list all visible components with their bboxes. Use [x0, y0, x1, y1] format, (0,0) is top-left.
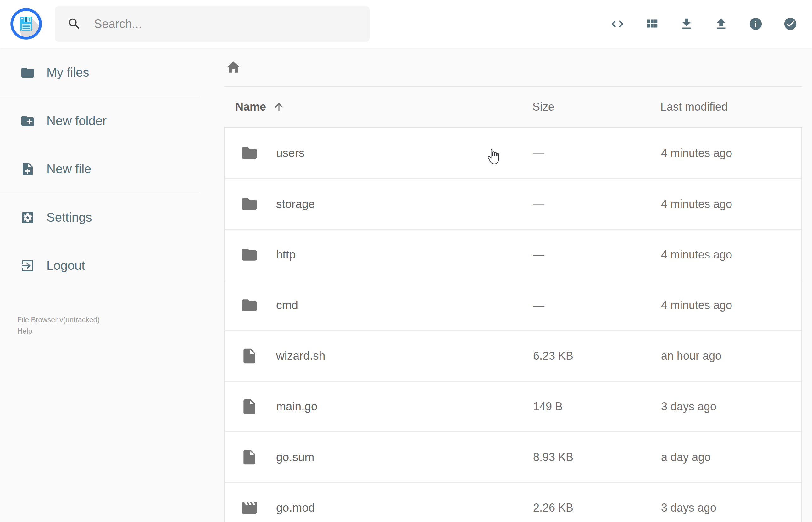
select-multiple-button[interactable] — [783, 17, 797, 31]
table-row[interactable]: wizard.sh 6.23 KB an hour ago — [225, 330, 801, 381]
switch-view-button[interactable] — [645, 17, 659, 31]
file-list: users — 4 minutes ago storage — 4 minute… — [224, 127, 802, 522]
app-version: File Browser v(untracked) — [17, 314, 199, 325]
table-row[interactable]: http — 4 minutes ago — [225, 229, 801, 280]
grid-view-icon — [645, 17, 659, 31]
search-icon — [67, 17, 81, 31]
sort-ascending-icon — [273, 101, 285, 113]
folder-icon — [241, 297, 258, 314]
file-size: 8.93 KB — [533, 450, 661, 464]
file-icon — [241, 398, 258, 416]
sidebar-item-label: New file — [46, 162, 91, 176]
file-name: cmd — [276, 299, 298, 312]
main-content: Name Size Last modified users — 4 minute… — [199, 48, 812, 522]
sidebar-footer: File Browser v(untracked) Help — [0, 314, 199, 337]
table-row[interactable]: cmd — 4 minutes ago — [225, 280, 801, 330]
header-toolbar — [610, 17, 797, 31]
file-modified: 4 minutes ago — [661, 146, 801, 160]
file-name-cell: cmd — [225, 297, 533, 314]
file-modified: 4 minutes ago — [661, 299, 801, 312]
file-name-cell: go.sum — [225, 448, 533, 466]
upload-button[interactable] — [714, 17, 728, 31]
file-name: wizard.sh — [276, 349, 325, 363]
breadcrumb — [224, 48, 802, 87]
info-button[interactable] — [749, 17, 763, 31]
file-size: — — [533, 248, 661, 261]
note-add-icon — [20, 162, 35, 177]
folder-icon — [241, 246, 258, 263]
code-icon — [610, 17, 625, 31]
listing-header: Name Size Last modified — [224, 87, 802, 127]
file-modified: 4 minutes ago — [661, 198, 801, 211]
search-input[interactable] — [94, 17, 358, 31]
file-modified: a day ago — [661, 450, 801, 464]
sidebar-item-label: New folder — [46, 114, 107, 128]
body-wrap: My files New folder New file Settings — [0, 48, 812, 522]
column-header-modified[interactable]: Last modified — [661, 100, 802, 114]
file-name-cell: storage — [225, 195, 533, 213]
sidebar-item-logout[interactable]: Logout — [0, 241, 199, 289]
info-icon — [749, 17, 763, 31]
download-icon — [679, 17, 694, 31]
home-icon[interactable] — [225, 59, 241, 75]
file-modified: 3 days ago — [661, 400, 801, 413]
download-button[interactable] — [679, 17, 694, 31]
file-size: — — [533, 146, 661, 160]
file-browser-logo[interactable] — [11, 8, 42, 40]
create-new-folder-icon — [20, 114, 35, 128]
folder-icon — [241, 144, 258, 162]
shell-toggle-button[interactable] — [610, 17, 625, 31]
file-size: 149 B — [533, 400, 661, 413]
sidebar-item-settings[interactable]: Settings — [0, 194, 199, 241]
settings-icon — [20, 210, 35, 225]
file-name-cell: http — [225, 246, 533, 263]
file-name-cell: go.mod — [225, 499, 533, 517]
file-name-cell: users — [225, 144, 533, 162]
file-name: main.go — [276, 400, 318, 413]
file-size: 2.26 KB — [533, 501, 661, 515]
help-link[interactable]: Help — [17, 325, 32, 337]
file-modified: 4 minutes ago — [661, 248, 801, 261]
file-modified: 3 days ago — [661, 501, 801, 515]
sidebar-item-label: Logout — [46, 259, 85, 273]
file-name: users — [276, 146, 304, 160]
file-icon — [241, 448, 258, 466]
column-header-name[interactable]: Name — [224, 100, 532, 114]
sidebar-item-new-folder[interactable]: New folder — [0, 97, 199, 145]
table-row[interactable]: users — 4 minutes ago — [225, 128, 801, 178]
table-row[interactable]: go.mod 2.26 KB 3 days ago — [225, 482, 801, 522]
column-header-size[interactable]: Size — [532, 100, 661, 114]
sidebar: My files New folder New file Settings — [0, 48, 199, 522]
file-modified: an hour ago — [661, 349, 801, 363]
logout-icon — [20, 258, 35, 273]
check-circle-icon — [783, 17, 797, 31]
file-name: http — [276, 248, 296, 261]
folder-icon — [241, 195, 258, 213]
file-name: storage — [276, 198, 315, 211]
file-name: go.sum — [276, 450, 314, 464]
search-bar[interactable] — [55, 6, 369, 41]
column-name-label: Name — [235, 100, 266, 114]
sidebar-item-label: My files — [46, 65, 89, 80]
movie-icon — [241, 499, 258, 517]
file-size: — — [533, 198, 661, 211]
file-size: 6.23 KB — [533, 349, 661, 363]
sidebar-item-new-file[interactable]: New file — [0, 145, 199, 193]
upload-icon — [714, 17, 728, 31]
file-size: — — [533, 299, 661, 312]
sidebar-item-my-files[interactable]: My files — [0, 48, 199, 97]
file-name: go.mod — [276, 501, 315, 515]
table-row[interactable]: storage — 4 minutes ago — [225, 178, 801, 229]
top-header — [0, 0, 812, 48]
table-row[interactable]: main.go 149 B 3 days ago — [225, 381, 801, 431]
file-name-cell: wizard.sh — [225, 347, 533, 365]
file-name-cell: main.go — [225, 398, 533, 416]
table-row[interactable]: go.sum 8.93 KB a day ago — [225, 431, 801, 482]
sidebar-item-label: Settings — [46, 210, 92, 224]
file-icon — [241, 347, 258, 365]
folder-icon — [20, 65, 35, 80]
